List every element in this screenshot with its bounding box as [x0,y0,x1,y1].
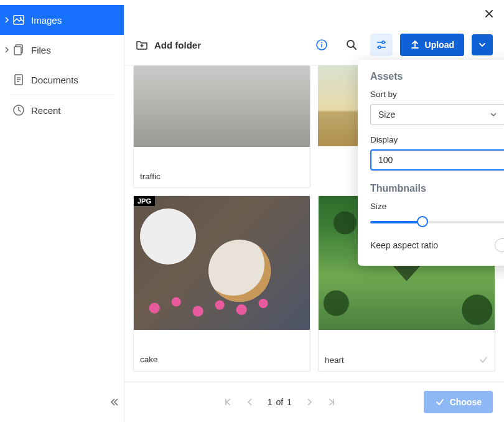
chevron-right-icon [304,397,314,407]
pager-prev-button[interactable] [245,397,255,407]
close-icon [484,9,494,19]
clock-icon [12,104,25,116]
pager-of: of [276,397,283,407]
document-icon [12,73,25,86]
search-button[interactable] [340,34,363,56]
svg-point-17 [378,46,381,49]
sidebar-item-label: Recent [31,105,61,116]
choose-button[interactable]: Choose [424,391,493,413]
upload-button[interactable]: Upload [400,34,464,56]
pager-last-button[interactable] [327,397,337,407]
sidebar-item-recent[interactable]: Recent [0,95,124,125]
choose-label: Choose [450,397,482,407]
add-folder-icon [136,39,148,51]
thumbnail-size-slider[interactable] [370,216,504,228]
pager-text: 1 of 1 [268,397,292,407]
display-label: Display [370,135,504,144]
asset-card[interactable]: traffic [133,65,310,188]
check-icon [435,397,445,407]
pager-total: 1 [287,397,292,407]
pager-first-button[interactable] [223,397,233,407]
image-icon [12,14,25,26]
filter-settings-button[interactable] [370,34,393,56]
upload-icon [410,40,420,50]
pager-current: 1 [268,397,273,407]
asset-name: heart [325,355,344,365]
chevron-down-icon [478,40,487,49]
display-value: 100 [378,155,393,165]
slider-thumb[interactable] [417,216,428,227]
sidebar-item-images[interactable]: Images [0,5,124,35]
aspect-ratio-label: Keep aspect ratio [370,240,438,250]
sidebar: Images Files Documents Recent [0,5,124,422]
chevron-right-icon [4,47,10,53]
asset-thumbnail [134,66,310,147]
upload-label: Upload [425,40,454,50]
upload-dropdown-button[interactable] [472,34,493,55]
svg-line-13 [353,47,356,49]
sidebar-item-label: Files [31,45,51,55]
chevron-double-left-icon [110,397,119,407]
chevron-right-icon [4,17,10,23]
aspect-ratio-toggle[interactable] [495,238,504,252]
svg-rect-3 [14,47,21,55]
chevron-first-icon [223,397,233,407]
info-button[interactable] [310,34,333,56]
check-icon [478,355,488,365]
pager: 1 of 1 [223,397,337,407]
asset-name: traffic [140,172,161,181]
sidebar-item-documents[interactable]: Documents [0,65,124,95]
sliders-icon [375,39,388,51]
svg-point-1 [20,17,22,19]
collapse-sidebar-button[interactable] [110,397,119,407]
pager-next-button[interactable] [304,397,314,407]
sort-by-select[interactable]: Size [370,104,504,125]
thumbnail-size-label: Size [370,202,504,211]
slider-fill [370,221,422,223]
close-button[interactable] [484,9,494,19]
asset-badge: JPG [134,196,155,206]
display-select[interactable]: 100 [370,149,504,171]
search-icon [345,39,358,51]
chevron-down-icon [489,110,498,119]
add-folder-label: Add folder [154,40,201,50]
svg-point-10 [321,42,322,44]
chevron-last-icon [327,397,337,407]
add-folder-button[interactable]: Add folder [136,39,201,51]
svg-point-15 [382,41,385,44]
popover-thumbnails-title: Thumbnails [370,183,504,194]
sort-by-label: Sort by [370,90,504,99]
asset-thumbnail [134,196,310,330]
sidebar-item-label: Images [31,15,62,26]
sidebar-item-label: Documents [31,75,78,85]
svg-point-12 [347,40,354,47]
info-icon [315,39,328,51]
view-options-popover: Assets Sort by Size Display 100 [358,60,504,266]
sort-by-value: Size [378,110,395,120]
asset-name: cake [140,355,158,364]
chevron-left-icon [245,397,255,407]
popover-assets-title: Assets [370,71,504,82]
files-icon [12,44,25,56]
sidebar-item-files[interactable]: Files [0,35,124,65]
footer: 1 of 1 Choose [124,382,504,422]
asset-card[interactable]: JPG cake [133,195,310,372]
